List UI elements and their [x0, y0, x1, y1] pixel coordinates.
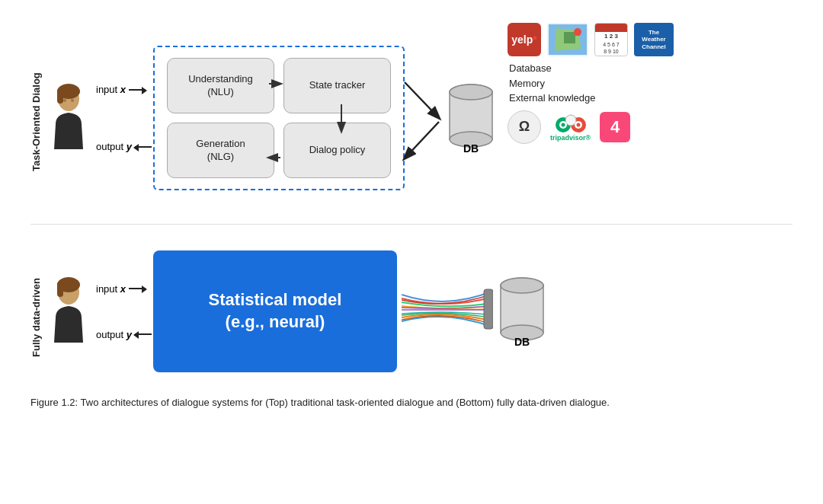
foursquare-icon: 4 [600, 112, 630, 142]
svg-point-3 [63, 99, 66, 102]
svg-point-25 [576, 123, 580, 126]
svg-rect-2 [57, 88, 63, 104]
top-output-label: output y [96, 141, 152, 152]
bottom-input-label: input x [96, 283, 152, 295]
section-divider [30, 224, 793, 225]
top-section: Task-Oriented Dialog input x [30, 15, 793, 221]
bottom-output-label: output y [96, 329, 152, 340]
figure-caption: Figure 1.2: Two architectures of dialogu… [30, 395, 716, 410]
to-db-svg [405, 46, 447, 190]
svg-point-23 [561, 123, 565, 126]
top-output-arrow [135, 146, 152, 148]
resources-area: yelp* 1 2 3 4 [508, 23, 674, 144]
generation-box: Generation(NLG) [167, 123, 274, 178]
svg-rect-28 [57, 282, 63, 297]
map-icon [547, 23, 588, 56]
resources-bottom-row: Ω tripadvisor® [508, 110, 674, 144]
dashed-flow-box: Understanding(NLU) State tracker Generat… [153, 46, 405, 190]
top-io-labels: input x output y [96, 61, 152, 175]
resources-top-row: yelp* 1 2 3 4 [508, 23, 674, 56]
statistical-model-box: Statistical model (e.g., neural) [153, 250, 397, 372]
bottom-vertical-label: Fully data-driven [30, 266, 42, 357]
wire-bundle [402, 283, 493, 340]
dialog-policy-box: Dialog policy [283, 123, 391, 178]
bottom-person-avatar [48, 276, 90, 347]
svg-point-33 [501, 278, 543, 293]
top-db-group: DB [447, 81, 495, 155]
svg-line-8 [405, 82, 439, 118]
wikipedia-icon: Ω [508, 110, 541, 144]
svg-point-4 [71, 99, 74, 102]
weather-channel-icon: The Weather Channel [634, 23, 674, 56]
bottom-db-label: DB [514, 336, 530, 348]
top-vertical-label-text: Task-Oriented Dialog [30, 72, 42, 171]
svg-rect-29 [484, 289, 493, 329]
top-db-label: DB [463, 142, 479, 155]
calendar-icon: 1 2 3 4 5 6 7 8 9 10 [594, 23, 628, 56]
svg-point-21 [565, 115, 576, 126]
flow-to-db-arrows [405, 46, 447, 190]
top-input-arrow [129, 89, 146, 91]
state-tracker-box: State tracker [283, 58, 391, 113]
svg-marker-16 [564, 32, 575, 43]
page: Task-Oriented Dialog input x [0, 0, 823, 504]
bottom-db-group: DB [498, 275, 546, 348]
bottom-io-labels: input x output y [96, 266, 152, 357]
top-person-avatar [48, 82, 90, 154]
db-info-text: Database Memory External knowledge [509, 61, 674, 106]
bottom-section: Fully data-driven input x output y [30, 235, 793, 388]
nlu-box: Understanding(NLU) [167, 58, 274, 113]
svg-point-13 [450, 85, 492, 100]
tripadvisor-icon: tripadvisor® [550, 113, 591, 142]
svg-line-9 [405, 122, 439, 158]
top-vertical-label: Task-Oriented Dialog [30, 65, 42, 171]
yelp-icon: yelp* [508, 23, 541, 56]
bottom-db-cylinder [498, 275, 546, 343]
top-db-cylinder [447, 81, 495, 150]
top-input-label: input x [96, 84, 152, 95]
